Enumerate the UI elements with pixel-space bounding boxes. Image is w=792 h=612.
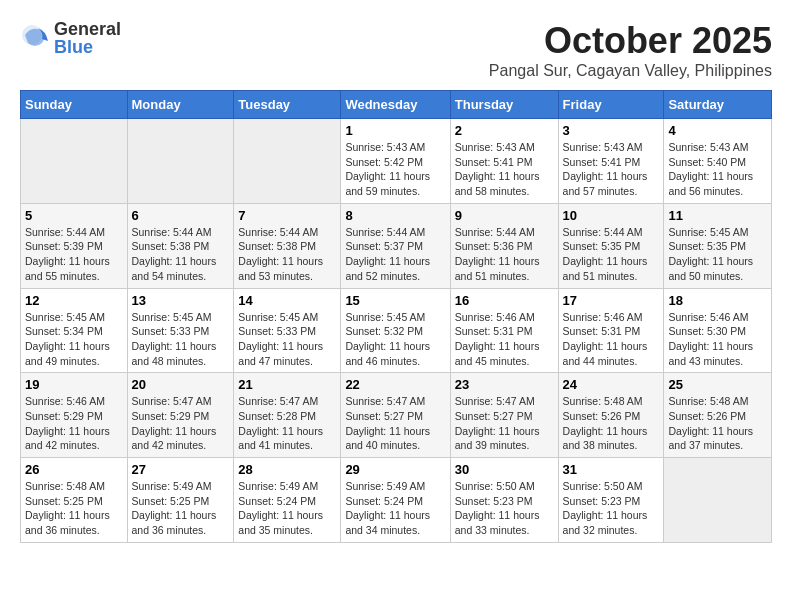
calendar-week-4: 19Sunrise: 5:46 AMSunset: 5:29 PMDayligh…	[21, 373, 772, 458]
day-info: Sunrise: 5:44 AMSunset: 5:36 PMDaylight:…	[455, 225, 554, 284]
day-number: 1	[345, 123, 445, 138]
weekday-header-wednesday: Wednesday	[341, 91, 450, 119]
day-number: 6	[132, 208, 230, 223]
day-info: Sunrise: 5:43 AMSunset: 5:42 PMDaylight:…	[345, 140, 445, 199]
calendar-cell: 15Sunrise: 5:45 AMSunset: 5:32 PMDayligh…	[341, 288, 450, 373]
day-info: Sunrise: 5:46 AMSunset: 5:31 PMDaylight:…	[563, 310, 660, 369]
day-number: 26	[25, 462, 123, 477]
weekday-header-friday: Friday	[558, 91, 664, 119]
day-info: Sunrise: 5:46 AMSunset: 5:31 PMDaylight:…	[455, 310, 554, 369]
day-info: Sunrise: 5:44 AMSunset: 5:38 PMDaylight:…	[238, 225, 336, 284]
calendar-cell: 25Sunrise: 5:48 AMSunset: 5:26 PMDayligh…	[664, 373, 772, 458]
calendar-cell: 14Sunrise: 5:45 AMSunset: 5:33 PMDayligh…	[234, 288, 341, 373]
day-number: 8	[345, 208, 445, 223]
day-info: Sunrise: 5:46 AMSunset: 5:29 PMDaylight:…	[25, 394, 123, 453]
day-info: Sunrise: 5:49 AMSunset: 5:24 PMDaylight:…	[238, 479, 336, 538]
day-info: Sunrise: 5:44 AMSunset: 5:35 PMDaylight:…	[563, 225, 660, 284]
day-number: 7	[238, 208, 336, 223]
day-number: 3	[563, 123, 660, 138]
logo-blue: Blue	[54, 38, 121, 56]
calendar-cell: 29Sunrise: 5:49 AMSunset: 5:24 PMDayligh…	[341, 458, 450, 543]
logo-icon	[20, 23, 50, 53]
weekday-header-monday: Monday	[127, 91, 234, 119]
page-header: General Blue October 2025 Pangal Sur, Ca…	[20, 20, 772, 80]
day-number: 2	[455, 123, 554, 138]
calendar-cell: 3Sunrise: 5:43 AMSunset: 5:41 PMDaylight…	[558, 119, 664, 204]
day-info: Sunrise: 5:49 AMSunset: 5:25 PMDaylight:…	[132, 479, 230, 538]
day-number: 18	[668, 293, 767, 308]
day-number: 17	[563, 293, 660, 308]
day-number: 23	[455, 377, 554, 392]
calendar-cell: 31Sunrise: 5:50 AMSunset: 5:23 PMDayligh…	[558, 458, 664, 543]
day-number: 22	[345, 377, 445, 392]
calendar-cell: 21Sunrise: 5:47 AMSunset: 5:28 PMDayligh…	[234, 373, 341, 458]
calendar-cell: 19Sunrise: 5:46 AMSunset: 5:29 PMDayligh…	[21, 373, 128, 458]
calendar-cell: 10Sunrise: 5:44 AMSunset: 5:35 PMDayligh…	[558, 203, 664, 288]
day-info: Sunrise: 5:48 AMSunset: 5:26 PMDaylight:…	[668, 394, 767, 453]
day-number: 29	[345, 462, 445, 477]
calendar-header-row: SundayMondayTuesdayWednesdayThursdayFrid…	[21, 91, 772, 119]
calendar-cell: 2Sunrise: 5:43 AMSunset: 5:41 PMDaylight…	[450, 119, 558, 204]
calendar-cell: 11Sunrise: 5:45 AMSunset: 5:35 PMDayligh…	[664, 203, 772, 288]
day-info: Sunrise: 5:50 AMSunset: 5:23 PMDaylight:…	[563, 479, 660, 538]
logo-general: General	[54, 20, 121, 38]
day-number: 25	[668, 377, 767, 392]
weekday-header-sunday: Sunday	[21, 91, 128, 119]
calendar-cell: 9Sunrise: 5:44 AMSunset: 5:36 PMDaylight…	[450, 203, 558, 288]
calendar-week-3: 12Sunrise: 5:45 AMSunset: 5:34 PMDayligh…	[21, 288, 772, 373]
calendar-cell: 30Sunrise: 5:50 AMSunset: 5:23 PMDayligh…	[450, 458, 558, 543]
calendar-cell: 12Sunrise: 5:45 AMSunset: 5:34 PMDayligh…	[21, 288, 128, 373]
day-number: 31	[563, 462, 660, 477]
day-info: Sunrise: 5:43 AMSunset: 5:40 PMDaylight:…	[668, 140, 767, 199]
calendar-cell: 8Sunrise: 5:44 AMSunset: 5:37 PMDaylight…	[341, 203, 450, 288]
day-number: 11	[668, 208, 767, 223]
day-info: Sunrise: 5:47 AMSunset: 5:27 PMDaylight:…	[455, 394, 554, 453]
weekday-header-saturday: Saturday	[664, 91, 772, 119]
calendar-cell: 7Sunrise: 5:44 AMSunset: 5:38 PMDaylight…	[234, 203, 341, 288]
day-info: Sunrise: 5:49 AMSunset: 5:24 PMDaylight:…	[345, 479, 445, 538]
month-title: October 2025	[489, 20, 772, 62]
day-number: 27	[132, 462, 230, 477]
calendar-cell: 27Sunrise: 5:49 AMSunset: 5:25 PMDayligh…	[127, 458, 234, 543]
day-number: 24	[563, 377, 660, 392]
day-info: Sunrise: 5:44 AMSunset: 5:38 PMDaylight:…	[132, 225, 230, 284]
day-info: Sunrise: 5:43 AMSunset: 5:41 PMDaylight:…	[455, 140, 554, 199]
day-number: 30	[455, 462, 554, 477]
day-number: 21	[238, 377, 336, 392]
location-subtitle: Pangal Sur, Cagayan Valley, Philippines	[489, 62, 772, 80]
calendar-week-2: 5Sunrise: 5:44 AMSunset: 5:39 PMDaylight…	[21, 203, 772, 288]
calendar-cell: 26Sunrise: 5:48 AMSunset: 5:25 PMDayligh…	[21, 458, 128, 543]
day-number: 16	[455, 293, 554, 308]
calendar-cell: 1Sunrise: 5:43 AMSunset: 5:42 PMDaylight…	[341, 119, 450, 204]
calendar-cell	[664, 458, 772, 543]
calendar-cell: 4Sunrise: 5:43 AMSunset: 5:40 PMDaylight…	[664, 119, 772, 204]
day-info: Sunrise: 5:47 AMSunset: 5:27 PMDaylight:…	[345, 394, 445, 453]
day-info: Sunrise: 5:44 AMSunset: 5:37 PMDaylight:…	[345, 225, 445, 284]
calendar-table: SundayMondayTuesdayWednesdayThursdayFrid…	[20, 90, 772, 543]
day-info: Sunrise: 5:47 AMSunset: 5:29 PMDaylight:…	[132, 394, 230, 453]
day-info: Sunrise: 5:50 AMSunset: 5:23 PMDaylight:…	[455, 479, 554, 538]
calendar-cell: 22Sunrise: 5:47 AMSunset: 5:27 PMDayligh…	[341, 373, 450, 458]
day-info: Sunrise: 5:45 AMSunset: 5:35 PMDaylight:…	[668, 225, 767, 284]
title-block: October 2025 Pangal Sur, Cagayan Valley,…	[489, 20, 772, 80]
day-number: 19	[25, 377, 123, 392]
day-info: Sunrise: 5:47 AMSunset: 5:28 PMDaylight:…	[238, 394, 336, 453]
calendar-cell: 28Sunrise: 5:49 AMSunset: 5:24 PMDayligh…	[234, 458, 341, 543]
day-number: 9	[455, 208, 554, 223]
calendar-cell: 17Sunrise: 5:46 AMSunset: 5:31 PMDayligh…	[558, 288, 664, 373]
calendar-cell: 20Sunrise: 5:47 AMSunset: 5:29 PMDayligh…	[127, 373, 234, 458]
calendar-cell: 24Sunrise: 5:48 AMSunset: 5:26 PMDayligh…	[558, 373, 664, 458]
day-info: Sunrise: 5:45 AMSunset: 5:33 PMDaylight:…	[238, 310, 336, 369]
day-number: 20	[132, 377, 230, 392]
day-info: Sunrise: 5:48 AMSunset: 5:26 PMDaylight:…	[563, 394, 660, 453]
calendar-week-1: 1Sunrise: 5:43 AMSunset: 5:42 PMDaylight…	[21, 119, 772, 204]
calendar-cell	[234, 119, 341, 204]
day-info: Sunrise: 5:45 AMSunset: 5:34 PMDaylight:…	[25, 310, 123, 369]
day-number: 28	[238, 462, 336, 477]
day-number: 15	[345, 293, 445, 308]
day-info: Sunrise: 5:45 AMSunset: 5:32 PMDaylight:…	[345, 310, 445, 369]
calendar-cell: 13Sunrise: 5:45 AMSunset: 5:33 PMDayligh…	[127, 288, 234, 373]
day-info: Sunrise: 5:48 AMSunset: 5:25 PMDaylight:…	[25, 479, 123, 538]
logo-text: General Blue	[54, 20, 121, 56]
calendar-cell	[21, 119, 128, 204]
